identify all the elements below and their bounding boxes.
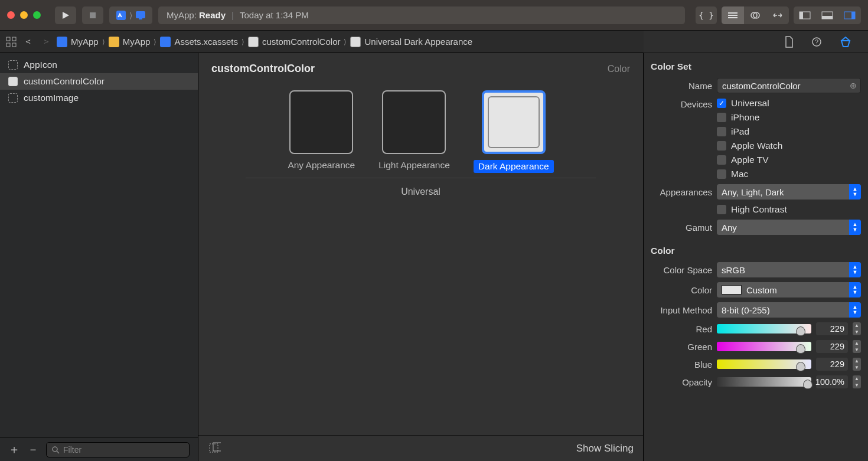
attributes-inspector-tab[interactable] [840,36,851,48]
svg-rect-15 [6,37,10,41]
panel-visibility-segmented[interactable] [794,6,861,24]
run-button[interactable] [55,6,76,24]
related-items-icon[interactable] [6,37,17,47]
editor-title: customControlColor [211,63,315,75]
red-stepper[interactable]: ▲▼ [853,322,861,335]
color-label: Color [651,285,717,295]
sidebar-footer: ＋ － Filter [0,437,198,461]
svg-rect-16 [12,37,16,41]
svg-rect-10 [800,12,803,19]
devices-checklist: ✓Universal iPhone iPad Apple Watch Apple… [717,98,861,179]
editor-kind: Color [608,64,630,74]
device-iphone[interactable]: iPhone [717,112,861,123]
show-slicing-button[interactable]: Show Slicing [576,443,634,455]
gamut-popup[interactable]: Any▲▼ [717,220,861,235]
breadcrumb-group[interactable]: MyApp [109,37,151,47]
blue-stepper[interactable]: ▲▼ [853,358,861,371]
status-time: Today at 1:34 PM [240,10,309,20]
minimize-window-button[interactable] [20,11,28,19]
device-universal[interactable]: ✓Universal [717,98,861,109]
asset-outline: AppIcon customControlColor customImage [0,53,198,437]
device-tv[interactable]: Apple TV [717,155,861,165]
svg-rect-14 [851,12,855,19]
name-label: Name [651,81,717,91]
outline-item-appicon[interactable]: AppIcon [0,57,198,73]
outline-item-customimage[interactable]: customImage [0,90,198,106]
svg-rect-18 [12,43,16,47]
blue-slider[interactable] [717,359,811,369]
svg-rect-0 [90,12,96,18]
appearances-label: Appearances [651,187,717,197]
swatch-dark[interactable]: Dark Appearance [474,90,554,173]
help-inspector-tab[interactable]: ? [811,37,822,47]
right-panel-icon[interactable] [838,6,861,24]
editor-footer: Show Slicing [198,435,643,461]
opacity-slider[interactable] [717,377,811,387]
devices-label: Devices [651,98,717,109]
input-method-popup[interactable]: 8-bit (0-255)▲▼ [717,302,861,318]
section-color: Color [651,246,861,256]
svg-rect-3 [139,18,142,19]
assistant-editor-icon[interactable] [744,6,766,24]
breadcrumb-project[interactable]: MyApp [57,37,99,47]
bottom-panel-icon[interactable] [816,6,838,24]
opacity-stepper[interactable]: ▲▼ [853,375,861,388]
name-field[interactable]: customControlColor⊕ [717,78,861,93]
svg-rect-12 [822,16,833,19]
remove-asset-button[interactable]: － [27,442,38,457]
nav-back-button[interactable]: ＜ [20,36,36,47]
appearances-popup[interactable]: Any, Light, Dark▲▼ [717,184,861,200]
red-slider[interactable] [717,324,811,334]
green-stepper[interactable]: ▲▼ [853,340,861,353]
blue-label: Blue [651,359,717,370]
inspector-panel: ? Color Set Name customControlColor⊕ Dev… [644,31,868,461]
add-asset-button[interactable]: ＋ [8,442,19,457]
clear-icon[interactable]: ⊕ [850,81,857,90]
device-mac[interactable]: Mac [717,169,861,179]
breadcrumb-colorset[interactable]: customControlColor [248,37,341,47]
zoom-window-button[interactable] [33,11,41,19]
breadcrumb-variant[interactable]: Universal Dark Appearance [350,37,472,47]
colorspace-popup[interactable]: sRGB▲▼ [717,262,861,277]
colorspace-label: Color Space [651,265,717,275]
navigator-sidebar: ＜ ＞ MyApp⟩ MyApp⟩ Assets.xcassets⟩ custo… [0,31,198,461]
red-value[interactable]: 229 [816,322,848,335]
left-panel-icon[interactable] [794,6,816,24]
editor-mode-segmented[interactable] [722,6,789,24]
gamut-label: Gamut [651,223,717,233]
stop-button[interactable] [82,6,103,24]
status-app: MyApp: [167,10,197,20]
swatch-any[interactable]: Any Appearance [288,90,355,173]
svg-text:?: ? [815,38,818,45]
inspector-tabs: ? [644,31,868,53]
green-slider[interactable] [717,342,811,351]
standard-editor-icon[interactable] [722,6,744,24]
swatch-light[interactable]: Light Appearance [378,90,450,173]
status-state: Ready [199,10,226,20]
device-watch[interactable]: Apple Watch [717,140,861,151]
breadcrumb-assets[interactable]: Assets.xcassets [160,37,238,47]
green-value[interactable]: 229 [816,340,848,353]
opacity-value[interactable]: 100.0% [816,375,848,388]
path-bar: ＜ ＞ MyApp⟩ MyApp⟩ Assets.xcassets⟩ custo… [0,31,644,53]
filter-field[interactable]: Filter [46,442,190,457]
toolbar: ⟩ MyApp: Ready | Today at 1:34 PM { } [0,0,868,31]
section-colorset: Color Set [651,61,861,72]
device-ipad[interactable]: iPad [717,126,861,137]
svg-rect-17 [6,43,10,47]
outline-item-customcontrolcolor[interactable]: customControlColor [0,73,198,90]
scheme-selector[interactable]: ⟩ [109,6,152,24]
code-snippets-button[interactable]: { } [696,6,717,24]
color-popup[interactable]: Custom▲▼ [717,282,861,297]
opacity-label: Opacity [651,377,717,387]
file-inspector-tab[interactable] [784,36,794,48]
version-editor-icon[interactable] [766,6,789,24]
device-group-label: Universal [198,187,643,197]
nav-forward-button[interactable]: ＞ [40,36,53,47]
svg-point-19 [53,447,57,452]
slicing-icon[interactable] [208,442,221,455]
asset-editor: customControlColor Color Any Appearance … [198,31,644,461]
high-contrast-check[interactable]: High Contrast [717,204,861,215]
blue-value[interactable]: 229 [816,358,848,371]
close-window-button[interactable] [7,11,15,19]
